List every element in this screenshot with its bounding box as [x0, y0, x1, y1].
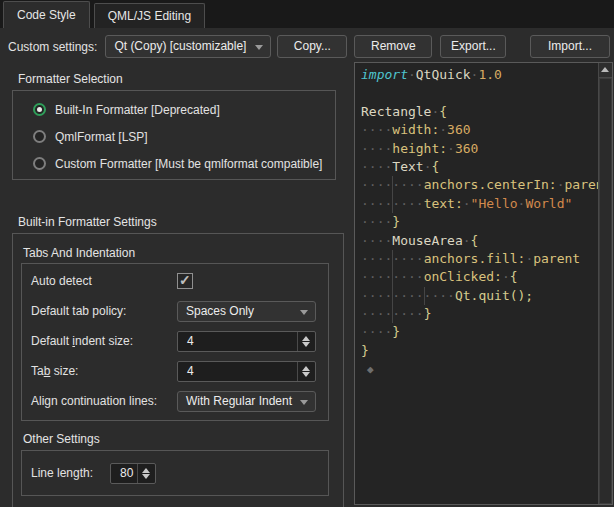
line-length-row: Line length: 80 [31, 459, 316, 487]
code-line: ········onClicked:·{ [361, 268, 598, 286]
tab-qmljs-editing[interactable]: QML/JS Editing [94, 3, 205, 28]
code-preview[interactable]: import·QtQuick·1.0Rectangle·{····width:·… [354, 62, 613, 505]
code-line: ············Qt.quit(); [361, 287, 598, 305]
scroll-up-button[interactable] [599, 63, 612, 78]
tabs-indentation-body: Auto detect ✓ Default tab policy: Spaces… [21, 263, 329, 421]
builtin-settings-group: Built-in Formatter Settings Tabs And Ind… [12, 215, 344, 507]
builtin-settings-title: Built-in Formatter Settings [12, 215, 344, 229]
indent-guide-line [392, 176, 393, 194]
indent-size-spinbox[interactable]: 4 [177, 331, 316, 352]
radio-qmlformat-label: QmlFormat [LSP] [55, 130, 148, 144]
spin-arrows[interactable] [297, 362, 315, 381]
align-lines-row: Align continuation lines: With Regular I… [31, 386, 316, 416]
check-icon: ✓ [179, 272, 191, 288]
radio-qmlformat[interactable]: QmlFormat [LSP] [13, 123, 335, 150]
code-line: ····width:·360 [361, 121, 598, 139]
radio-icon[interactable] [33, 103, 46, 116]
other-settings-group: Other Settings Line length: 80 [21, 432, 329, 496]
code-line: ········anchors.centerIn:·parent [361, 176, 598, 194]
indent-size-value: 4 [187, 334, 194, 348]
custom-settings-row: Custom settings: Qt (Copy) [customizable… [8, 34, 612, 59]
indent-size-label: Default indent size: [31, 334, 177, 348]
other-settings-body: Line length: 80 [21, 450, 329, 496]
tab-size-row: Tab size: 4 [31, 356, 316, 386]
code-line: ····MouseArea·{ [361, 232, 598, 250]
auto-detect-checkbox[interactable]: ✓ [177, 273, 193, 289]
indent-guide-line [392, 287, 393, 305]
code-lines: import·QtQuick·1.0Rectangle·{····width:·… [361, 66, 598, 504]
scheme-combobox[interactable]: Qt (Copy) [customizable] [105, 35, 271, 58]
copy-button[interactable]: Copy... [277, 35, 347, 58]
line-length-label: Line length: [31, 466, 110, 480]
tab-size-spinbox[interactable]: 4 [177, 361, 316, 382]
align-lines-value: With Regular Indent [186, 394, 292, 408]
scrollbar-handle[interactable] [599, 78, 612, 504]
scrollbar[interactable] [598, 63, 612, 504]
formatter-selection-title: Formatter Selection [12, 72, 336, 86]
code-line: ····} [361, 213, 598, 231]
indent-guide-line [392, 250, 393, 268]
remove-button[interactable]: Remove [354, 35, 432, 58]
tab-size-label: Tab size: [31, 364, 177, 378]
builtin-settings-body: Tabs And Indentation Auto detect ✓ Defau… [12, 233, 344, 507]
export-button[interactable]: Export... [440, 35, 506, 58]
chevron-down-icon [142, 474, 150, 479]
scheme-combobox-value: Qt (Copy) [customizable] [114, 39, 246, 53]
code-line: ····} [361, 323, 598, 341]
indent-guide-line [392, 305, 393, 323]
tab-size-value: 4 [187, 364, 194, 378]
code-line [361, 84, 598, 102]
code-line: ········text:·"Hello·World" [361, 195, 598, 213]
chevron-down-icon [255, 45, 263, 50]
radio-builtin-label: Built-In Formatter [Deprecated] [55, 103, 220, 117]
code-line: import·QtQuick·1.0 [361, 66, 598, 84]
radio-icon[interactable] [33, 130, 46, 143]
code-line: ········anchors.fill:·parent [361, 250, 598, 268]
tab-policy-row: Default tab policy: Spaces Only [31, 296, 316, 326]
radio-builtin-formatter[interactable]: Built-In Formatter [Deprecated] [13, 96, 335, 123]
code-line: ········} [361, 305, 598, 323]
radio-custom-formatter[interactable]: Custom Formatter [Must be qmlformat comp… [13, 150, 335, 177]
tabs-indentation-title: Tabs And Indentation [21, 246, 329, 260]
chevron-up-icon [142, 468, 150, 473]
indent-guide-line [392, 195, 393, 213]
radio-icon[interactable] [33, 157, 46, 170]
tab-policy-value: Spaces Only [186, 304, 254, 318]
line-length-spinbox[interactable]: 80 [110, 463, 156, 484]
auto-detect-row: Auto detect ✓ [31, 266, 316, 296]
tab-bar: Code Style QML/JS Editing [0, 0, 614, 28]
code-line: ◆ [361, 360, 598, 378]
tabs-indentation-group: Tabs And Indentation Auto detect ✓ Defau… [21, 246, 329, 421]
radio-custom-label: Custom Formatter [Must be qmlformat comp… [55, 157, 322, 171]
import-button[interactable]: Import... [530, 35, 610, 58]
indent-size-row: Default indent size: 4 [31, 326, 316, 356]
spin-arrows[interactable] [137, 464, 155, 483]
chevron-up-icon [302, 366, 310, 371]
auto-detect-label: Auto detect [31, 274, 177, 288]
chevron-down-icon [300, 310, 308, 315]
custom-settings-label: Custom settings: [8, 40, 97, 54]
spin-arrows[interactable] [297, 332, 315, 351]
tab-policy-combobox[interactable]: Spaces Only [177, 301, 316, 322]
chevron-down-icon [302, 372, 310, 377]
indent-guide-line [392, 268, 393, 286]
scroll-up-icon [601, 67, 609, 72]
line-length-value: 80 [120, 466, 133, 480]
chevron-up-icon [302, 336, 310, 341]
tab-policy-label: Default tab policy: [31, 304, 177, 318]
formatter-selection-body: Built-In Formatter [Deprecated] QmlForma… [12, 90, 336, 180]
tab-code-style[interactable]: Code Style [3, 1, 90, 28]
chevron-down-icon [300, 400, 308, 405]
align-lines-combobox[interactable]: With Regular Indent [177, 391, 316, 412]
formatter-selection-group: Formatter Selection Built-In Formatter [… [12, 72, 336, 180]
code-line: ····height:·360 [361, 140, 598, 158]
other-settings-title: Other Settings [21, 432, 329, 446]
eof-marker-icon: ◆ [367, 363, 374, 376]
code-line: Rectangle·{ [361, 103, 598, 121]
chevron-down-icon [302, 342, 310, 347]
code-line: ····Text·{ [361, 158, 598, 176]
indent-guide-line [424, 287, 425, 305]
code-line: } [361, 342, 598, 360]
align-lines-label: Align continuation lines: [31, 394, 177, 408]
